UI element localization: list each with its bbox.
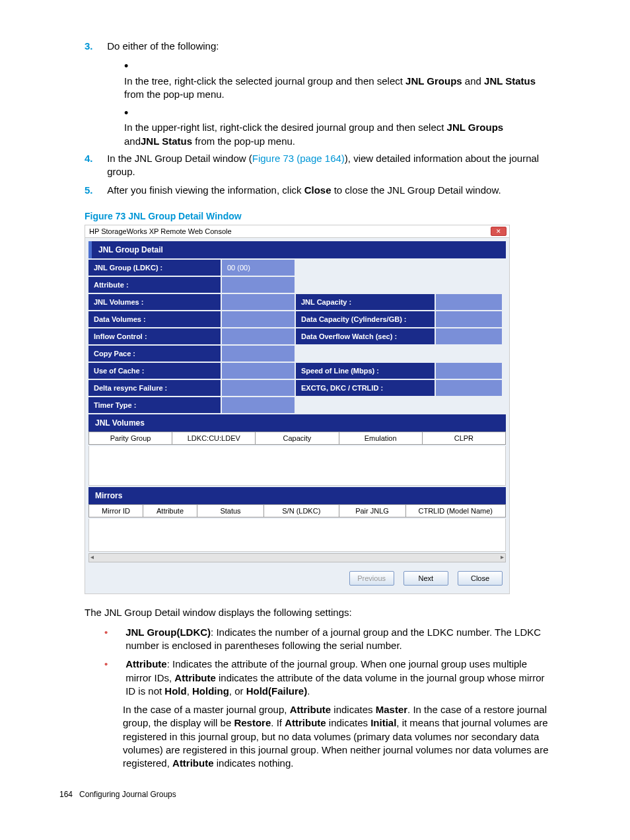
val-data-volumes: [222, 311, 295, 327]
val-copy-pace: [222, 346, 295, 362]
lbl-timer: Timer Type :: [88, 397, 221, 413]
val-jnl-group: 00 (00): [222, 260, 295, 276]
step-4-text: In the JNL Group Detail window (Figure 7…: [107, 152, 556, 179]
val-overflow: [436, 328, 502, 344]
bullet: •: [124, 105, 144, 121]
step-3b: In the upper-right list, right-click the…: [124, 121, 540, 148]
step-3-sublist: • In the tree, right-click the selected …: [124, 58, 560, 148]
col-capacity[interactable]: Capacity: [256, 432, 339, 444]
horizontal-scrollbar[interactable]: [88, 553, 506, 562]
step-3a: In the tree, right-click the selected jo…: [124, 75, 540, 102]
lbl-data-capacity: Data Capacity (Cylinders/GB) :: [296, 311, 435, 327]
page-number: 164: [59, 790, 73, 799]
val-jnl-capacity: [436, 294, 502, 310]
lbl-jnl-group: JNL Group (LDKC) :: [88, 260, 221, 276]
lbl-speed: Speed of Line (Mbps) :: [296, 363, 435, 379]
figure-caption: Figure 73 JNL Group Detail Window: [85, 211, 560, 221]
step-3-text: Do either of the following:: [107, 40, 556, 53]
lbl-data-volumes: Data Volumes :: [88, 311, 221, 327]
jnl-volumes-table: Parity Group LDKC:CU:LDEV Capacity Emula…: [88, 432, 506, 445]
intro-text: The JNL Group Detail window displays the…: [85, 606, 560, 619]
lbl-delta: Delta resync Failure :: [88, 380, 221, 396]
step-4: 4. In the JNL Group Detail window (Figur…: [85, 152, 560, 179]
bullet: •: [104, 626, 123, 639]
val-cache: [222, 363, 295, 379]
step-5: 5. After you finish viewing the informat…: [85, 184, 560, 197]
col-sn-ldkc[interactable]: S/N (LDKC): [263, 504, 339, 517]
col-parity-group[interactable]: Parity Group: [89, 432, 172, 444]
step-number-5: 5.: [85, 184, 104, 197]
col-ctrlid[interactable]: CTRLID (Model Name): [405, 504, 505, 517]
col-mirror-status[interactable]: Status: [197, 504, 264, 517]
next-button[interactable]: Next: [403, 571, 448, 586]
settings-list: • JNL Group(LDKC): Indicates the number …: [104, 626, 560, 771]
step-number-3: 3.: [85, 40, 104, 53]
lbl-copy-pace: Copy Pace :: [88, 346, 221, 362]
button-row: Previous Next Close: [85, 566, 509, 593]
col-clpr[interactable]: CLPR: [422, 432, 505, 444]
section-jnl-volumes: JNL Volumes: [88, 414, 506, 432]
window-title: HP StorageWorks XP Remote Web Console: [89, 227, 232, 235]
close-button[interactable]: Close: [458, 571, 503, 586]
val-timer: [222, 397, 295, 413]
val-inflow: [222, 328, 295, 344]
bullet: •: [124, 58, 144, 74]
desc-jnl-group: JNL Group(LDKC): Indicates the number of…: [125, 626, 555, 653]
col-pair-jnlg[interactable]: Pair JNLG: [339, 504, 405, 517]
val-exctg: [436, 380, 502, 396]
bullet: •: [104, 658, 123, 671]
col-mirror-attribute[interactable]: Attribute: [143, 504, 197, 517]
section-title: Configuring Journal Groups: [79, 790, 176, 799]
desc-attribute-continued: In the case of a master journal group, A…: [123, 703, 552, 770]
val-speed: [436, 363, 502, 379]
lbl-inflow: Inflow Control :: [88, 328, 221, 344]
desc-attribute: Attribute: Indicates the attribute of th…: [125, 658, 555, 698]
jnl-volumes-body: [88, 446, 506, 486]
close-icon[interactable]: ✕: [491, 227, 507, 236]
val-attribute: [222, 277, 295, 293]
step-5-text: After you finish viewing the information…: [107, 184, 556, 197]
col-emulation[interactable]: Emulation: [339, 432, 422, 444]
col-ldkc-cu-ldev[interactable]: LDKC:CU:LDEV: [172, 432, 256, 444]
window-titlebar: HP StorageWorks XP Remote Web Console ✕: [85, 225, 509, 238]
lbl-attribute: Attribute :: [88, 277, 221, 293]
val-jnl-volumes: [222, 294, 295, 310]
previous-button: Previous: [349, 571, 394, 586]
mirrors-body: [88, 519, 506, 552]
step-number-4: 4.: [85, 152, 104, 165]
page-footer: 164 Configuring Journal Groups: [59, 790, 630, 799]
jnl-group-detail-window: HP StorageWorks XP Remote Web Console ✕ …: [85, 225, 510, 594]
section-mirrors: Mirrors: [88, 487, 506, 504]
val-data-capacity: [436, 311, 502, 327]
lbl-exctg: EXCTG, DKC / CTRLID :: [296, 380, 435, 396]
mirrors-table: Mirror ID Attribute Status S/N (LDKC) Pa…: [88, 504, 506, 517]
panel-title: JNL Group Detail: [88, 241, 506, 258]
col-mirror-id[interactable]: Mirror ID: [89, 504, 143, 517]
step-3: 3. Do either of the following:: [85, 40, 560, 53]
val-delta: [222, 380, 295, 396]
figure-73-link[interactable]: Figure 73 (page 164): [252, 153, 345, 164]
lbl-jnl-capacity: JNL Capacity :: [296, 294, 435, 310]
lbl-jnl-volumes: JNL Volumes :: [88, 294, 221, 310]
lbl-cache: Use of Cache :: [88, 363, 221, 379]
lbl-overflow: Data Overflow Watch (sec) :: [296, 328, 435, 344]
